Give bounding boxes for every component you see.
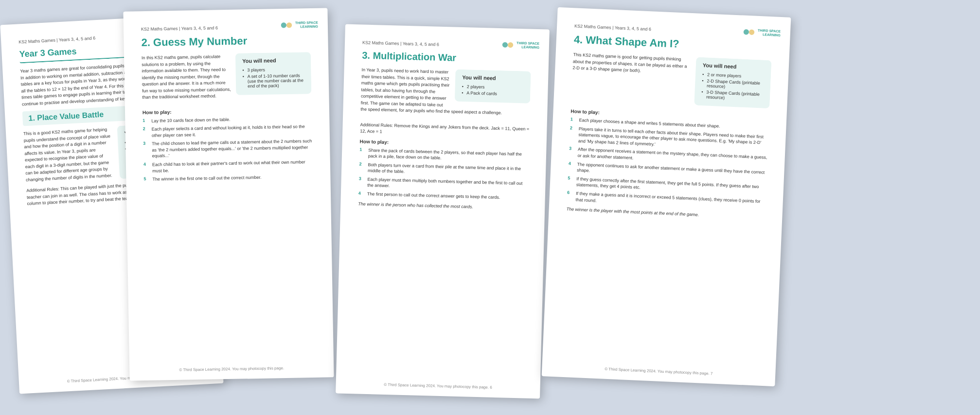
need-item-4-1: 2-D Shape Cards (printable resource) (702, 78, 764, 91)
svg-point-7 (749, 29, 755, 35)
you-will-need-box-4: You will need 2 or more players 2-D Shap… (694, 57, 771, 108)
additional-rules-3: Additional Rules: Remove the Kings and a… (360, 121, 530, 139)
winner-text-3: The winner is the person who has collect… (358, 201, 527, 212)
how-to-play-label-3: How to play: (360, 138, 529, 148)
you-will-need-box-3: You will need 2 players A Pack of cards (455, 69, 531, 104)
svg-point-2 (281, 22, 286, 28)
logo-icon-4 (742, 25, 756, 39)
scene: THIRD SPACE LEARNING KS2 Maths Games | Y… (0, 0, 980, 415)
need-item-2-0: 3 players (242, 67, 304, 72)
logo-icon-3 (501, 38, 515, 52)
you-will-need-title-3: You will need (462, 74, 524, 82)
footer-2: © Third Space Learning 2024. You may pho… (129, 365, 334, 373)
logo-area-4: THIRD SPACELEARNING (742, 25, 781, 40)
svg-point-6 (744, 29, 749, 35)
logo-text-3: THIRD SPACELEARNING (517, 41, 539, 50)
svg-point-5 (508, 42, 513, 48)
step-3-3: 4 The first person to call out the corre… (358, 191, 528, 202)
step-3-1: 2 Both players turn over a card from the… (359, 161, 529, 178)
need-item-3-1: A Pack of cards (462, 90, 523, 97)
logo-text-2: THIRD SPACELEARNING (295, 20, 318, 29)
svg-point-4 (502, 42, 508, 48)
page-title-3: 3. Multiplication War (362, 50, 531, 66)
footer-3: © Third Space Learning 2024. You may pho… (336, 381, 540, 391)
you-will-need-title-4: You will need (703, 62, 765, 71)
step-3-2: 3 Each player must then multiply both nu… (358, 176, 528, 192)
need-item-2-1: A set of 1-10 number cards (use the numb… (243, 73, 305, 88)
step-2-3: 4 Each child has to look at their partne… (143, 159, 313, 174)
footer-4: © Third Space Learning 2024. You may pho… (542, 364, 775, 379)
need-item-4-2: 3-D Shape Cards (printable resource) (701, 89, 764, 102)
need-item-3-0: 2 players (462, 84, 524, 90)
logo-area-2: THIRD SPACELEARNING (280, 18, 318, 32)
page-what-shape: THIRD SPACELEARNING KS2 Maths Games | Ye… (542, 7, 791, 386)
logo-text-4: THIRD SPACELEARNING (758, 28, 781, 37)
you-will-need-title-2: You will need (242, 57, 304, 64)
page-multiplication-war: THIRD SPACELEARNING KS2 Maths Games | Ye… (336, 24, 550, 399)
step-2-4: 5 The winner is the first one to call ou… (143, 173, 313, 183)
step-2-1: 2 Each player selects a card and without… (143, 123, 312, 138)
page-guess-number: THIRD SPACELEARNING KS2 Maths Games | Ye… (123, 8, 334, 380)
page-title-2: 2. Guess My Number (141, 34, 310, 49)
step-2-2: 3 The child chosen to lead the game call… (143, 138, 313, 159)
svg-point-3 (286, 22, 292, 28)
how-to-play-label-2: How to play: (143, 106, 312, 115)
step-2-0: 1 Lay the 10 cards face down on the tabl… (143, 115, 312, 124)
step-3-0: 1 Share the pack of cards between the 2 … (359, 147, 529, 163)
logo-area-3: THIRD SPACELEARNING (501, 38, 540, 52)
you-will-need-box-2: You will need 3 players A set of 1-10 nu… (235, 52, 311, 95)
logo-icon-2 (280, 18, 293, 32)
